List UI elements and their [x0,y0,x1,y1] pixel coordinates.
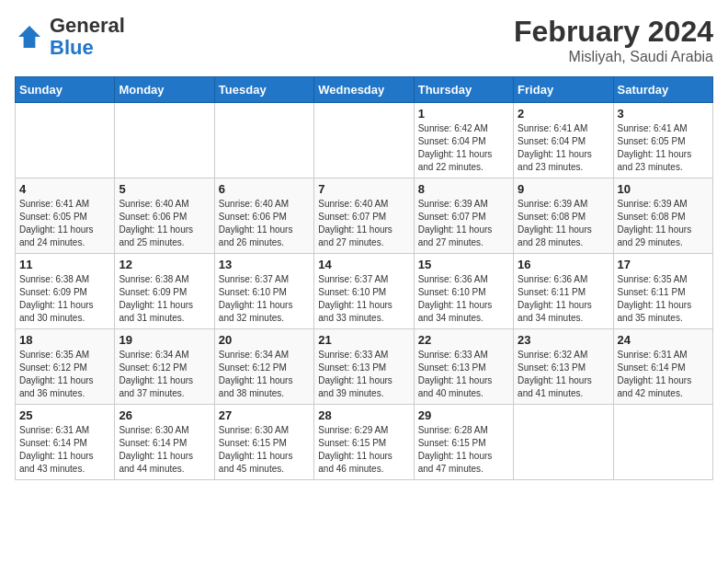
day-number: 3 [618,107,709,121]
day-cell: 6Sunrise: 6:40 AM Sunset: 6:06 PM Daylig… [214,178,313,254]
week-row-1: 1Sunrise: 6:42 AM Sunset: 6:04 PM Daylig… [16,103,713,178]
day-info: Sunrise: 6:32 AM Sunset: 6:13 PM Dayligh… [518,349,609,400]
day-number: 13 [219,258,310,271]
header-row: SundayMondayTuesdayWednesdayThursdayFrid… [16,77,713,103]
day-cell: 11Sunrise: 6:38 AM Sunset: 6:09 PM Dayli… [16,254,115,329]
day-cell: 25Sunrise: 6:31 AM Sunset: 6:14 PM Dayli… [16,405,115,480]
day-info: Sunrise: 6:37 AM Sunset: 6:10 PM Dayligh… [318,273,409,325]
day-number: 25 [19,408,110,422]
week-row-2: 4Sunrise: 6:41 AM Sunset: 6:05 PM Daylig… [16,178,713,254]
day-info: Sunrise: 6:33 AM Sunset: 6:13 PM Dayligh… [418,349,509,400]
week-row-5: 25Sunrise: 6:31 AM Sunset: 6:14 PM Dayli… [16,405,713,480]
header-cell-thursday: Thursday [414,77,513,103]
day-number: 24 [618,333,709,347]
day-cell: 8Sunrise: 6:39 AM Sunset: 6:07 PM Daylig… [414,178,513,254]
day-cell: 17Sunrise: 6:35 AM Sunset: 6:11 PM Dayli… [613,254,712,329]
day-info: Sunrise: 6:41 AM Sunset: 6:04 PM Dayligh… [518,122,609,174]
day-cell: 7Sunrise: 6:40 AM Sunset: 6:07 PM Daylig… [314,178,414,254]
day-number: 26 [119,408,210,422]
day-number: 4 [19,182,110,196]
day-cell: 22Sunrise: 6:33 AM Sunset: 6:13 PM Dayli… [414,329,513,405]
day-number: 16 [518,258,609,271]
day-cell: 5Sunrise: 6:40 AM Sunset: 6:06 PM Daylig… [115,178,214,254]
day-info: Sunrise: 6:41 AM Sunset: 6:05 PM Dayligh… [19,198,110,249]
day-info: Sunrise: 6:35 AM Sunset: 6:11 PM Dayligh… [618,273,709,325]
header-cell-sunday: Sunday [16,77,115,103]
day-cell [16,103,115,178]
day-number: 21 [318,333,409,347]
day-cell: 26Sunrise: 6:30 AM Sunset: 6:14 PM Dayli… [115,405,214,480]
day-info: Sunrise: 6:40 AM Sunset: 6:06 PM Dayligh… [119,198,210,249]
main-title: February 2024 [514,15,713,49]
day-info: Sunrise: 6:30 AM Sunset: 6:15 PM Dayligh… [219,424,310,476]
day-cell: 20Sunrise: 6:34 AM Sunset: 6:12 PM Dayli… [214,329,313,405]
day-info: Sunrise: 6:40 AM Sunset: 6:07 PM Dayligh… [318,198,409,249]
day-number: 1 [418,107,509,121]
day-number: 28 [318,408,409,422]
day-number: 2 [518,107,609,121]
day-info: Sunrise: 6:37 AM Sunset: 6:10 PM Dayligh… [219,273,310,325]
title-block: February 2024 Misliyah, Saudi Arabia [514,15,713,65]
day-number: 8 [418,182,509,196]
header-cell-wednesday: Wednesday [314,77,414,103]
day-cell: 19Sunrise: 6:34 AM Sunset: 6:12 PM Dayli… [115,329,214,405]
header-cell-saturday: Saturday [613,77,712,103]
day-cell: 23Sunrise: 6:32 AM Sunset: 6:13 PM Dayli… [514,329,613,405]
day-number: 22 [418,333,509,347]
day-info: Sunrise: 6:39 AM Sunset: 6:08 PM Dayligh… [518,198,609,249]
day-cell: 4Sunrise: 6:41 AM Sunset: 6:05 PM Daylig… [16,178,115,254]
day-number: 17 [618,258,709,271]
day-cell: 12Sunrise: 6:38 AM Sunset: 6:09 PM Dayli… [115,254,214,329]
subtitle: Misliyah, Saudi Arabia [514,49,713,65]
header-cell-friday: Friday [514,77,613,103]
day-cell: 9Sunrise: 6:39 AM Sunset: 6:08 PM Daylig… [514,178,613,254]
logo: General Blue [15,15,125,59]
day-info: Sunrise: 6:38 AM Sunset: 6:09 PM Dayligh… [19,273,110,325]
day-cell: 14Sunrise: 6:37 AM Sunset: 6:10 PM Dayli… [314,254,414,329]
svg-marker-0 [18,26,40,48]
logo-line1: General [50,15,125,37]
header-cell-monday: Monday [115,77,214,103]
day-cell: 3Sunrise: 6:41 AM Sunset: 6:05 PM Daylig… [613,103,712,178]
week-row-3: 11Sunrise: 6:38 AM Sunset: 6:09 PM Dayli… [16,254,713,329]
day-cell: 29Sunrise: 6:28 AM Sunset: 6:15 PM Dayli… [414,405,513,480]
day-info: Sunrise: 6:29 AM Sunset: 6:15 PM Dayligh… [318,424,409,476]
day-number: 27 [219,408,310,422]
day-number: 18 [19,333,110,347]
day-cell: 13Sunrise: 6:37 AM Sunset: 6:10 PM Dayli… [214,254,313,329]
day-number: 5 [119,182,210,196]
day-number: 15 [418,258,509,271]
header-cell-tuesday: Tuesday [214,77,313,103]
day-info: Sunrise: 6:36 AM Sunset: 6:11 PM Dayligh… [518,273,609,325]
day-cell: 28Sunrise: 6:29 AM Sunset: 6:15 PM Dayli… [314,405,414,480]
day-info: Sunrise: 6:39 AM Sunset: 6:08 PM Dayligh… [618,198,709,249]
day-number: 19 [119,333,210,347]
day-number: 7 [318,182,409,196]
day-number: 9 [518,182,609,196]
day-cell: 18Sunrise: 6:35 AM Sunset: 6:12 PM Dayli… [16,329,115,405]
calendar-table: SundayMondayTuesdayWednesdayThursdayFrid… [15,76,713,480]
day-info: Sunrise: 6:30 AM Sunset: 6:14 PM Dayligh… [119,424,210,476]
calendar-body: 1Sunrise: 6:42 AM Sunset: 6:04 PM Daylig… [16,103,713,480]
day-cell [314,103,414,178]
day-number: 10 [618,182,709,196]
day-info: Sunrise: 6:31 AM Sunset: 6:14 PM Dayligh… [618,349,709,400]
day-cell: 2Sunrise: 6:41 AM Sunset: 6:04 PM Daylig… [514,103,613,178]
day-info: Sunrise: 6:42 AM Sunset: 6:04 PM Dayligh… [418,122,509,174]
day-cell [115,103,214,178]
day-cell [514,405,613,480]
day-number: 23 [518,333,609,347]
day-number: 6 [219,182,310,196]
day-info: Sunrise: 6:35 AM Sunset: 6:12 PM Dayligh… [19,349,110,400]
day-info: Sunrise: 6:34 AM Sunset: 6:12 PM Dayligh… [119,349,210,400]
day-cell: 24Sunrise: 6:31 AM Sunset: 6:14 PM Dayli… [613,329,712,405]
day-cell: 1Sunrise: 6:42 AM Sunset: 6:04 PM Daylig… [414,103,513,178]
day-number: 14 [318,258,409,271]
day-number: 12 [119,258,210,271]
day-cell [613,405,712,480]
day-cell: 21Sunrise: 6:33 AM Sunset: 6:13 PM Dayli… [314,329,414,405]
day-cell: 27Sunrise: 6:30 AM Sunset: 6:15 PM Dayli… [214,405,313,480]
day-info: Sunrise: 6:34 AM Sunset: 6:12 PM Dayligh… [219,349,310,400]
day-info: Sunrise: 6:41 AM Sunset: 6:05 PM Dayligh… [618,122,709,174]
logo-icon [15,22,44,52]
